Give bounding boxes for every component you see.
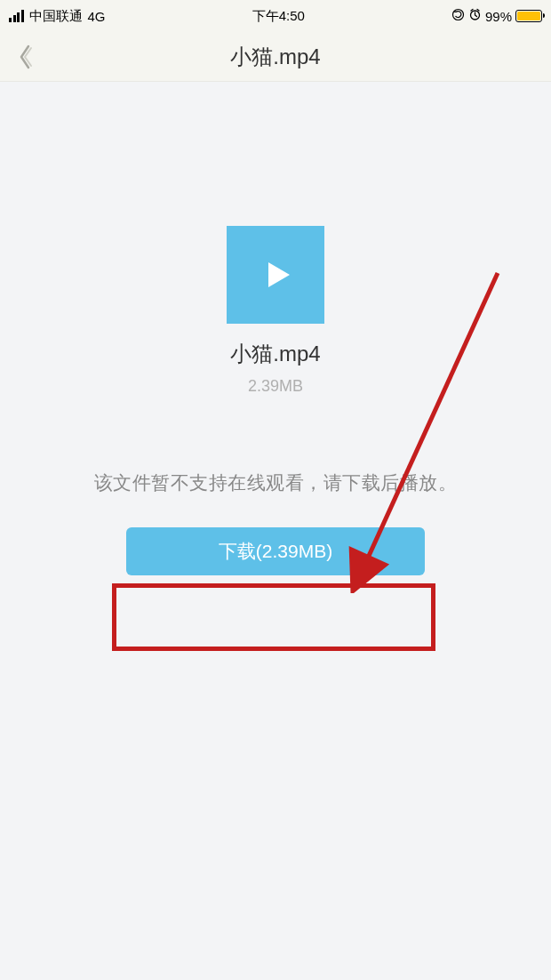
status-bar: 中国联通 4G 下午4:50 99%	[0, 0, 551, 32]
battery-icon	[515, 10, 542, 22]
content-area: 小猫.mp4 2.39MB 该文件暂不支持在线观看，请下载后播放。 下载(2.3…	[0, 82, 551, 980]
signal-icon	[9, 10, 24, 22]
orientation-lock-icon	[451, 8, 465, 24]
file-size: 2.39MB	[248, 377, 303, 396]
status-right: 99%	[451, 8, 542, 24]
network-label: 4G	[88, 9, 106, 24]
video-file-icon	[227, 226, 324, 324]
status-left: 中国联通 4G	[9, 8, 106, 25]
chevron-left-icon	[16, 43, 34, 71]
back-button[interactable]	[7, 39, 43, 75]
carrier-label: 中国联通	[29, 8, 83, 25]
alarm-icon	[468, 8, 482, 24]
hint-message: 该文件暂不支持在线观看，请下载后播放。	[94, 470, 458, 495]
battery-percent: 99%	[485, 9, 512, 24]
nav-bar: 小猫.mp4	[0, 32, 551, 82]
annotation-highlight-box	[112, 583, 435, 651]
download-button[interactable]: 下载(2.39MB)	[126, 527, 425, 575]
page-title: 小猫.mp4	[0, 43, 551, 71]
file-name: 小猫.mp4	[230, 340, 320, 368]
play-icon	[254, 253, 297, 296]
status-time: 下午4:50	[252, 8, 305, 25]
